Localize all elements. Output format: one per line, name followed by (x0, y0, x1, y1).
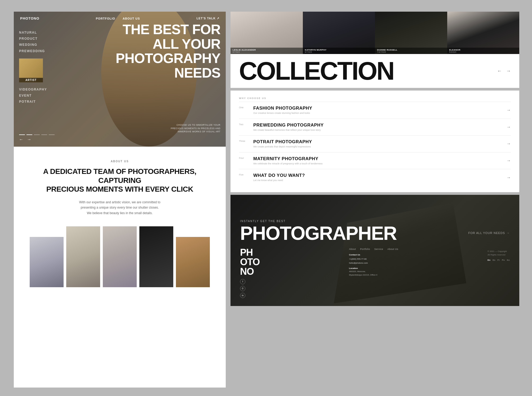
photographer-content: INSTANTLY GET THE BEST PHOTOGRAPHER FOR … (230, 195, 519, 306)
dot-1[interactable] (19, 134, 25, 135)
bottom-line3: IMMERSIVE WORKS OF VISUAL ART (171, 130, 220, 133)
cat-natural[interactable]: NATURAL (19, 30, 56, 35)
dot-5[interactable] (49, 134, 55, 135)
collection-photo-1: LESLIE ALEXANDER 6/7/023 (230, 12, 303, 54)
photo-name-2: KATHRYN MURPHY (305, 49, 373, 51)
service-info-2: PREWEDDING PHOTOGRAPHY We create beautif… (253, 123, 324, 132)
lets-talk-link[interactable]: LET'S TALK ↗ (197, 17, 219, 20)
about-link[interactable]: ABOUT US (123, 17, 140, 20)
title-line3: PHOTOGRAPHY (116, 51, 220, 66)
title-line2: ALL YOUR (116, 37, 220, 51)
service-num-5: Five (239, 173, 247, 176)
hero-bottom-text: CHOOSE US TO IMMORTALIZE YOUR PRECIOUS M… (171, 123, 220, 133)
main-panel: PHOTONO PORTFOLIO ABOUT US LET'S TALK ↗ … (14, 12, 226, 388)
bottom-line1: CHOOSE US TO IMMORTALIZE YOUR (171, 123, 220, 127)
photo-date-1: 6/7/023 (233, 51, 301, 53)
bottom-line2: PRECIOUS MOMENTS IN PRICELESS AND (171, 127, 220, 130)
service-arrow-2[interactable]: → (507, 125, 511, 129)
lang-fr[interactable]: Fr (498, 259, 500, 261)
photo-label-2: KATHRYN MURPHY 6/7/023 (303, 48, 375, 54)
about-photo-3 (103, 226, 137, 287)
hero-section: PHOTONO PORTFOLIO ABOUT US LET'S TALK ↗ … (14, 12, 226, 147)
photo-footer-center: About Portfolio Service About Us Contact… (349, 248, 398, 277)
prev-arrow[interactable]: ← (19, 137, 23, 142)
next-arrow[interactable]: → (27, 137, 31, 142)
coll-prev-arrow[interactable]: ← (497, 68, 502, 74)
dot-2[interactable] (26, 134, 32, 135)
artist-label: ARTIST (19, 78, 43, 82)
lang-po[interactable]: Po (502, 259, 505, 261)
cat-potrait[interactable]: POTRAIT (19, 99, 56, 104)
social-icon-3[interactable]: in (240, 293, 245, 298)
footer-link-about[interactable]: About (349, 248, 356, 250)
lang-es[interactable]: Es (493, 259, 495, 261)
dot-4[interactable] (41, 134, 47, 135)
right-panels: LESLIE ALEXANDER 6/7/023 KATHRYN MURPHY … (230, 12, 519, 306)
lang-en[interactable]: En (487, 259, 490, 261)
service-left-4: Four MATERNITY PHOTOGRAPHY We celebrate … (239, 156, 322, 165)
service-title-3: POTRAIT PHOTOGRAPHY (253, 139, 312, 145)
language-switcher: En Es Fr Po Ko (487, 259, 510, 261)
service-arrow-4[interactable]: → (507, 158, 511, 163)
about-desc-line3: We believe that beauty lies in the small… (87, 211, 153, 215)
hero-title-text: THE BEST FOR ALL YOUR PHOTOGRAPHY NEEDS (116, 22, 220, 80)
social-icon-2[interactable]: © (240, 286, 245, 291)
service-item-4: Four MATERNITY PHOTOGRAPHY We celebrate … (239, 152, 511, 169)
coll-next-arrow[interactable]: → (506, 68, 511, 74)
cat-event[interactable]: EVENT (19, 93, 56, 98)
lang-ko[interactable]: Ko (507, 259, 510, 261)
location-title: Location (349, 267, 398, 269)
about-photo-4 (139, 226, 173, 287)
photo-date-2: 6/7/023 (305, 51, 373, 53)
social-icons: f © in (240, 279, 260, 298)
service-info-1: FASHION PHOTOGRAPHY Our creative lenses … (253, 106, 312, 115)
services-label: WHY CHOOSE US (239, 97, 511, 100)
cat-wedding[interactable]: WEDDING (19, 42, 56, 47)
title-line1: THE BEST FOR (116, 22, 220, 37)
service-num-1: One (239, 106, 247, 109)
collection-photo-3: DIANNE RUSSELL 7/4/7/023 (375, 12, 447, 54)
collection-title-row: COLLECTION ← → (230, 54, 519, 88)
canvas: PHOTONO PORTFOLIO ABOUT US LET'S TALK ↗ … (0, 0, 532, 396)
photo-name-1: LESLIE ALEXANDER (233, 49, 301, 51)
portfolio-link[interactable]: PORTFOLIO (96, 17, 115, 20)
photo-label-4: ELEANOR 5/3/023 (447, 48, 520, 54)
service-desc-2: We create beautiful memories that reflec… (253, 128, 324, 132)
service-left-3: Three POTRAIT PHOTOGRAPHY We create port… (239, 139, 312, 148)
service-item-3: Three POTRAIT PHOTOGRAPHY We create port… (239, 135, 511, 152)
hero-left-sidebar: NATURAL PRODUCT WEDDING PREWEDDING ARTIS… (14, 25, 61, 147)
service-desc-5: Let me know what you need (253, 179, 305, 182)
service-desc-4: We celebrate the miracle of pregnancy wi… (253, 162, 322, 165)
service-arrow-3[interactable]: → (507, 141, 511, 146)
photo-date-3: 7/4/7/023 (377, 51, 445, 53)
photo-label-1: LESLIE ALEXANDER 6/7/023 (230, 48, 303, 54)
subtitle-text: FOR ALL YOUR NEEDS (468, 231, 505, 235)
subtitle-arrow[interactable]: → (507, 231, 510, 235)
cat-videography[interactable]: VIDEOGRAPHY (19, 87, 56, 92)
service-desc-3: We create portraits that depict meaningf… (253, 145, 312, 148)
service-arrow-5[interactable]: → (507, 175, 511, 180)
address-line1: 460320, Moscow, (349, 270, 398, 273)
about-section: ABOUT US A DEDICATED TEAM OF PHOTOGRAPHE… (14, 147, 226, 298)
about-desc-line1: With our expertise and artistic vision, … (79, 200, 161, 204)
brand-line1: PH (240, 248, 260, 257)
service-num-4: Four (239, 156, 247, 159)
cat-prewedding[interactable]: PREWEDDING (19, 49, 56, 54)
about-photo-2 (66, 226, 100, 287)
pre-title-text: INSTANTLY GET THE BEST (240, 220, 286, 223)
footer-link-aboutus[interactable]: About Us (387, 248, 398, 250)
footer-link-service[interactable]: Service (374, 248, 383, 250)
copyright-line2: All Rights reserved (487, 253, 510, 257)
about-photo-5 (176, 237, 210, 287)
dot-3[interactable] (34, 134, 40, 135)
about-title-line2: PRECIOUS MOMENTS WITH EVERY CLICK (30, 185, 210, 194)
service-left-1: One FASHION PHOTOGRAPHY Our creative len… (239, 106, 312, 115)
footer-link-portfolio[interactable]: Portfolio (360, 248, 370, 250)
cat-product[interactable]: PRODUCT (19, 36, 56, 41)
service-arrow-1[interactable]: → (507, 108, 511, 112)
service-num-2: Two (239, 123, 247, 126)
collection-nav-arrows: ← → (497, 68, 511, 74)
photo-label-3: DIANNE RUSSELL 7/4/7/023 (375, 48, 447, 54)
artist-card[interactable]: ARTIST (19, 58, 43, 82)
social-icon-1[interactable]: f (240, 279, 245, 284)
